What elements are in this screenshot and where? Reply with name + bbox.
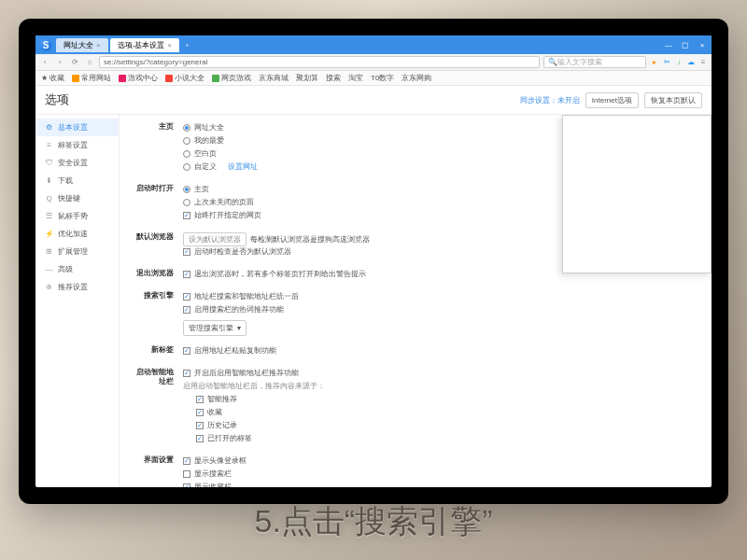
radio-icon[interactable] (183, 124, 190, 132)
sidebar-label: 快捷键 (58, 193, 80, 203)
internet-options-button[interactable]: Internet选项 (585, 92, 639, 108)
sidebar-item-扩展管理[interactable]: ⊞扩展管理 (35, 243, 119, 260)
bookmark-item[interactable]: 京东商城 (259, 73, 289, 83)
tab-label: 选项-基本设置 (118, 40, 165, 50)
options-header: 选项 同步设置：未开启 Internet选项 恢复本页默认 (35, 86, 712, 115)
ext-icon[interactable]: ↓ (674, 58, 684, 66)
option-label: 上次未关闭的页面 (194, 197, 254, 207)
option-item[interactable]: 显示头像登录框 (183, 455, 698, 466)
radio-icon[interactable] (183, 199, 190, 206)
sidebar-item-优化加速[interactable]: ⚡优化加速 (35, 225, 119, 243)
bookmark-item[interactable]: 常用网站 (72, 73, 111, 83)
check-icon[interactable] (183, 248, 190, 256)
row-content: 启用地址栏粘贴复制功能 (183, 345, 698, 358)
bookmark-item[interactable]: 聚划算 (296, 73, 318, 83)
sidebar-item-推荐设置[interactable]: ⊕推荐设置 (35, 278, 119, 296)
sidebar-item-基本设置[interactable]: ⚙基本设置 (35, 119, 119, 136)
check-icon[interactable] (196, 396, 204, 403)
ext-icon[interactable]: ▸ (650, 58, 659, 66)
settings-sidebar: ⚙基本设置≡标签设置🛡安全设置⬇下载Q快捷键☰鼠标手势⚡优化加速⊞扩展管理—高级… (35, 115, 120, 487)
bookmark-item[interactable]: 小说大全 (165, 73, 204, 83)
settings-row: 启动智能地址栏开启后启用智能地址栏推荐功能启用启动智能地址栏后，推荐内容来源于：… (133, 368, 698, 446)
forward-icon[interactable]: › (54, 57, 65, 68)
bookmark-item[interactable]: 搜索 (326, 73, 341, 83)
bookmark-item[interactable]: T0数字 (371, 73, 394, 83)
sub-option[interactable]: 智能推荐 (196, 394, 698, 404)
tab-1[interactable]: 网址大全 × (56, 38, 108, 52)
radio-icon[interactable] (183, 163, 190, 171)
toolbar-icons: ▸ ✂ ↓ ☁ ≡ (650, 58, 708, 66)
option-label: 显示搜索栏 (194, 469, 232, 479)
check-icon[interactable] (183, 457, 190, 465)
sync-settings-link[interactable]: 同步设置：未开启 (520, 95, 580, 105)
check-icon[interactable] (196, 435, 204, 442)
search-input[interactable]: 🔍 输入文字搜索 (543, 56, 646, 68)
window-controls: — ▢ × (663, 41, 708, 49)
sub-option[interactable]: 历史记录 (196, 420, 698, 430)
sidebar-icon: ⬇ (45, 176, 53, 185)
monitor-frame: S 网址大全 × 选项-基本设置 × + — ▢ × ‹ › ⟳ ⌂ se://… (19, 19, 728, 504)
check-icon[interactable] (183, 293, 190, 301)
bookmark-item[interactable]: 网页游戏 (212, 73, 251, 83)
option-item[interactable]: 地址栏搜索和智能地址栏统一后 (183, 291, 698, 301)
bookmark-item[interactable]: ★ 收藏 (41, 73, 64, 83)
option-item[interactable]: 启用搜索栏的热词推荐功能 (183, 304, 698, 315)
bookmark-item[interactable]: 游戏中心 (119, 73, 158, 83)
sidebar-item-快捷键[interactable]: Q快捷键 (35, 189, 119, 207)
option-label: 自定义 (194, 161, 217, 172)
manage-search-engines-select[interactable]: 管理搜索引擎 ▾ (183, 320, 247, 336)
reset-defaults-button[interactable]: 恢复本页默认 (644, 92, 702, 108)
minimize-icon[interactable]: — (663, 41, 674, 49)
ext-icon[interactable]: ☁ (686, 58, 696, 66)
page-title: 选项 (45, 91, 69, 108)
close-icon[interactable]: × (167, 41, 172, 49)
sidebar-item-高级[interactable]: —高级 (35, 260, 119, 278)
back-icon[interactable]: ‹ (39, 57, 50, 68)
home-icon[interactable]: ⌂ (84, 57, 95, 68)
check-icon[interactable] (196, 409, 204, 416)
address-bar[interactable]: se://settings/?category=general (99, 56, 540, 68)
radio-icon[interactable] (183, 150, 190, 158)
tab-2-active[interactable]: 选项-基本设置 × (110, 38, 179, 52)
check-icon[interactable] (183, 212, 190, 219)
option-item[interactable]: 显示收藏栏 (183, 482, 698, 487)
sidebar-item-鼠标手势[interactable]: ☰鼠标手势 (35, 207, 119, 225)
set-default-button[interactable]: 设为默认浏览器 (183, 232, 247, 246)
option-item[interactable]: 开启后启用智能地址栏推荐功能 (183, 368, 698, 378)
close-icon[interactable]: × (697, 41, 708, 49)
check-icon[interactable] (183, 306, 190, 314)
bookmark-item[interactable]: 淘宝 (348, 73, 363, 83)
close-icon[interactable]: × (96, 41, 101, 49)
radio-icon[interactable] (183, 186, 190, 193)
option-label: 已打开的标签 (207, 433, 252, 443)
check-icon[interactable] (183, 370, 190, 377)
sidebar-item-安全设置[interactable]: 🛡安全设置 (35, 154, 119, 172)
sidebar-icon: Q (45, 194, 53, 203)
maximize-icon[interactable]: ▢ (680, 41, 691, 49)
new-tab-icon[interactable]: + (185, 41, 190, 49)
folder-icon (72, 75, 79, 82)
note-text: 启用启动智能地址栏后，推荐内容来源于： (183, 381, 698, 391)
check-icon[interactable] (183, 483, 190, 488)
option-label: 始终打开指定的网页 (194, 210, 261, 220)
bookmark-item[interactable]: 京东网购 (402, 73, 431, 83)
radio-icon[interactable] (183, 137, 190, 145)
ext-icon[interactable]: ✂ (662, 58, 671, 66)
check-icon[interactable] (183, 271, 190, 278)
sub-option[interactable]: 收藏 (196, 407, 698, 417)
sidebar-item-下载[interactable]: ⬇下载 (35, 172, 119, 189)
reload-icon[interactable]: ⟳ (69, 57, 80, 68)
sidebar-item-标签设置[interactable]: ≡标签设置 (35, 136, 119, 154)
row-label: 启动智能地址栏 (133, 368, 183, 446)
option-label: 网址大全 (194, 122, 224, 133)
option-extra[interactable]: 设置网址 (228, 161, 258, 172)
check-icon[interactable] (196, 422, 204, 429)
row-label: 主页 (133, 122, 183, 175)
menu-icon[interactable]: ≡ (698, 58, 708, 66)
check-icon[interactable] (183, 347, 190, 355)
check-icon[interactable] (183, 470, 190, 478)
option-item[interactable]: 启用地址栏粘贴复制功能 (183, 345, 698, 356)
option-item[interactable]: 显示搜索栏 (183, 469, 698, 479)
option-label: 空白页 (194, 148, 217, 159)
sub-option[interactable]: 已打开的标签 (196, 433, 698, 443)
